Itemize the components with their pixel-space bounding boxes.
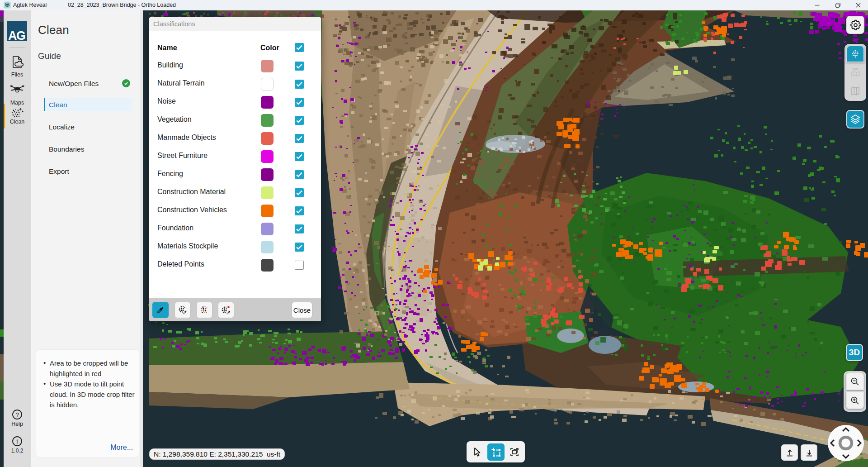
svg-text:i: i [16,438,18,445]
svg-text:?: ? [15,411,19,418]
